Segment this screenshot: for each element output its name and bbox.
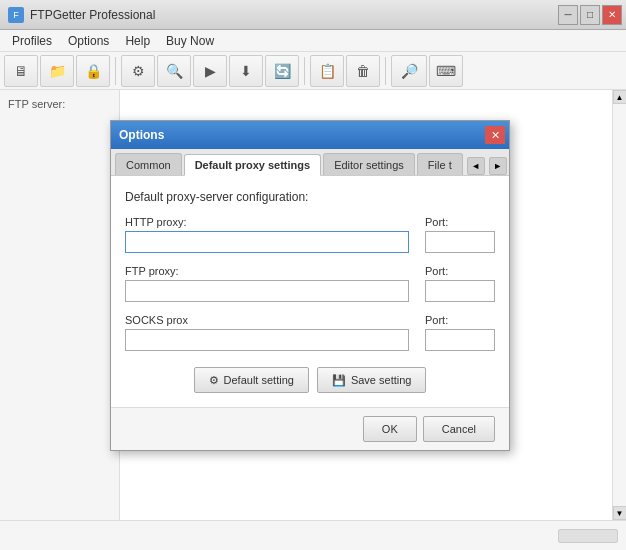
dialog-close-button[interactable]: ✕ xyxy=(485,126,505,144)
save-icon: 💾 xyxy=(332,374,346,387)
right-scrollbar[interactable]: ▲ ▼ xyxy=(612,90,626,520)
menu-help[interactable]: Help xyxy=(117,32,158,50)
toolbar-btn-4[interactable]: ⚙ xyxy=(121,55,155,87)
tabs-row: Common Default proxy settings Editor set… xyxy=(111,149,509,176)
ftp-port-label: Port: xyxy=(425,265,495,277)
socks-port-label: Port: xyxy=(425,314,495,326)
toolbar-btn-11[interactable]: 🔎 xyxy=(391,55,427,87)
tab-nav-prev[interactable]: ◄ xyxy=(467,157,485,175)
close-button[interactable]: ✕ xyxy=(602,5,622,25)
socks-proxy-group: SOCKS prox xyxy=(125,314,409,351)
toolbar-btn-5[interactable]: 🔍 xyxy=(157,55,191,87)
action-buttons-row: ⚙ Default setting 💾 Save setting xyxy=(125,367,495,393)
socks-proxy-input[interactable] xyxy=(125,329,409,351)
tab-nav-next[interactable]: ► xyxy=(489,157,507,175)
dialog-footer: OK Cancel xyxy=(111,407,509,450)
toolbar-btn-8[interactable]: 🔄 xyxy=(265,55,299,87)
ftp-proxy-input[interactable] xyxy=(125,280,409,302)
dialog-content: Default proxy-server configuration: HTTP… xyxy=(111,176,509,407)
toolbar-btn-2[interactable]: 📁 xyxy=(40,55,74,87)
http-proxy-input[interactable] xyxy=(125,231,409,253)
cancel-button[interactable]: Cancel xyxy=(423,416,495,442)
status-scrollbar[interactable] xyxy=(558,529,618,543)
toolbar-btn-1[interactable]: 🖥 xyxy=(4,55,38,87)
http-proxy-row: HTTP proxy: Port: xyxy=(125,216,495,253)
http-port-group: Port: xyxy=(425,216,495,253)
tab-editor-settings[interactable]: Editor settings xyxy=(323,153,415,175)
scroll-up-arrow[interactable]: ▲ xyxy=(613,90,627,104)
ftp-proxy-row: FTP proxy: Port: xyxy=(125,265,495,302)
toolbar-sep-2 xyxy=(304,57,305,85)
toolbar-btn-9[interactable]: 📋 xyxy=(310,55,344,87)
left-panel: FTP server: xyxy=(0,90,120,520)
dialog-titlebar: Options ✕ xyxy=(111,121,509,149)
app-title: FTPGetter Professional xyxy=(30,8,155,22)
ftp-port-input[interactable] xyxy=(425,280,495,302)
ftp-server-label: FTP server: xyxy=(4,94,115,114)
toolbar-sep-1 xyxy=(115,57,116,85)
menu-buy-now[interactable]: Buy Now xyxy=(158,32,222,50)
toolbar-sep-3 xyxy=(385,57,386,85)
http-proxy-label: HTTP proxy: xyxy=(125,216,409,228)
minimize-button[interactable]: ─ xyxy=(558,5,578,25)
scroll-track[interactable] xyxy=(613,104,626,506)
dialog-title: Options xyxy=(119,128,164,142)
status-bar xyxy=(0,520,626,550)
tab-default-proxy[interactable]: Default proxy settings xyxy=(184,154,322,176)
title-bar: F FTPGetter Professional ─ □ ✕ xyxy=(0,0,626,30)
ftp-proxy-label: FTP proxy: xyxy=(125,265,409,277)
app-icon: F xyxy=(8,7,24,23)
section-title: Default proxy-server configuration: xyxy=(125,190,495,204)
toolbar-btn-6[interactable]: ▶ xyxy=(193,55,227,87)
ok-button[interactable]: OK xyxy=(363,416,417,442)
http-port-input[interactable] xyxy=(425,231,495,253)
toolbar-btn-7[interactable]: ⬇ xyxy=(229,55,263,87)
menu-options[interactable]: Options xyxy=(60,32,117,50)
tab-file-t[interactable]: File t xyxy=(417,153,463,175)
tab-common[interactable]: Common xyxy=(115,153,182,175)
socks-proxy-label: SOCKS prox xyxy=(125,314,409,326)
socks-port-group: Port: xyxy=(425,314,495,351)
maximize-button[interactable]: □ xyxy=(580,5,600,25)
toolbar-btn-12[interactable]: ⌨ xyxy=(429,55,463,87)
toolbar-btn-10[interactable]: 🗑 xyxy=(346,55,380,87)
toolbar: 🖥 📁 🔒 ⚙ 🔍 ▶ ⬇ 🔄 📋 🗑 🔎 ⌨ xyxy=(0,52,626,90)
window-controls: ─ □ ✕ xyxy=(558,5,622,25)
socks-port-input[interactable] xyxy=(425,329,495,351)
default-setting-button[interactable]: ⚙ Default setting xyxy=(194,367,309,393)
ftp-port-group: Port: xyxy=(425,265,495,302)
ftp-proxy-group: FTP proxy: xyxy=(125,265,409,302)
socks-proxy-row: SOCKS prox Port: xyxy=(125,314,495,351)
save-setting-button[interactable]: 💾 Save setting xyxy=(317,367,427,393)
http-proxy-group: HTTP proxy: xyxy=(125,216,409,253)
settings-icon: ⚙ xyxy=(209,374,219,387)
menu-profiles[interactable]: Profiles xyxy=(4,32,60,50)
menu-bar: Profiles Options Help Buy Now xyxy=(0,30,626,52)
toolbar-btn-3[interactable]: 🔒 xyxy=(76,55,110,87)
scroll-down-arrow[interactable]: ▼ xyxy=(613,506,627,520)
http-port-label: Port: xyxy=(425,216,495,228)
main-area: FTP server: ▲ ▼ Options ✕ Common Default… xyxy=(0,90,626,520)
options-dialog: Options ✕ Common Default proxy settings … xyxy=(110,120,510,451)
